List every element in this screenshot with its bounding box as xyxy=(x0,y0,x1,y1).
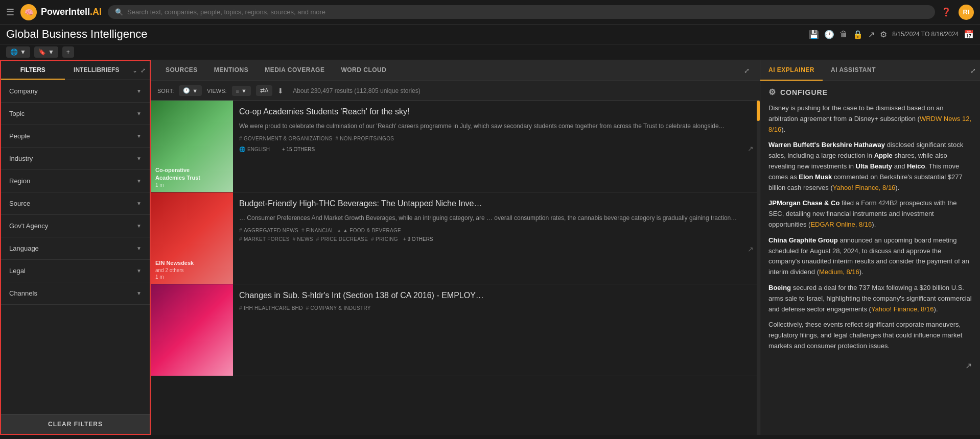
bookmark-icon: 🔖 xyxy=(38,48,46,56)
help-icon[interactable]: ❓ xyxy=(941,7,951,17)
filter-channels[interactable]: Channels ▼ xyxy=(1,282,150,305)
news-source-1: Co-operativeAcademies Trust xyxy=(155,166,229,181)
expand-icon[interactable]: ⤢ xyxy=(141,67,146,74)
share-icon-2[interactable]: ↗ xyxy=(748,245,754,253)
avatar[interactable]: RI xyxy=(959,5,974,20)
ai-paragraph-6: Collectively, these events reflect signi… xyxy=(768,320,972,351)
configure-label: CONFIGURE xyxy=(780,88,828,96)
translate-icon: ⇄A xyxy=(260,87,268,94)
news-item-3[interactable]: Changes in Sub. S-hldr's Int (Section 13… xyxy=(151,284,760,376)
expand-right-icon[interactable]: ⤢ xyxy=(966,63,980,79)
filter-legal[interactable]: Legal ▼ xyxy=(1,260,150,282)
news-title-3: Changes in Sub. S-hldr's Int (Section 13… xyxy=(239,290,754,301)
configure-header: ⚙ CONFIGURE xyxy=(768,87,972,97)
chevron-source: ▼ xyxy=(136,201,142,206)
news-list: Co-operativeAcademies Trust 1 m Co-op Ac… xyxy=(151,101,760,435)
filter-govt-agency[interactable]: Gov't Agency ▼ xyxy=(1,215,150,237)
lang-label: ENGLISH xyxy=(247,147,270,152)
sort-button[interactable]: 🕐 ▼ xyxy=(179,85,202,96)
add-button[interactable]: + xyxy=(62,46,74,58)
share-icon[interactable]: ↗ xyxy=(868,30,875,39)
filter-source[interactable]: Source ▼ xyxy=(1,192,150,215)
news-item-1[interactable]: Co-operativeAcademies Trust 1 m Co-op Ac… xyxy=(151,101,760,192)
news-source-sub-2: and 2 others xyxy=(155,267,229,273)
tab-sources[interactable]: SOURCES xyxy=(157,60,206,81)
tab-word-cloud[interactable]: WORD CLOUD xyxy=(333,60,394,81)
tab-ai-assistant[interactable]: AI ASSISTANT xyxy=(823,60,884,81)
news-title-2: Budget-Friendly High-THC Beverages: The … xyxy=(239,199,754,209)
news-bottom-1: 🌐 ENGLISH + 15 OTHERS ↗ xyxy=(239,144,754,153)
save-icon[interactable]: 💾 xyxy=(809,30,819,39)
filter-region[interactable]: Region ▼ xyxy=(1,170,150,192)
trash-icon[interactable]: 🗑 xyxy=(839,30,848,39)
tag-market: MARKET FORCES xyxy=(239,236,290,242)
translate-button[interactable]: ⇄A xyxy=(256,85,272,96)
middle-tabs: SOURCES MENTIONS MEDIA COVERAGE WORD CLO… xyxy=(151,60,760,81)
filter-company-label: Company xyxy=(9,87,38,95)
collapse-icon[interactable]: ⌄ xyxy=(132,67,137,74)
share-icon-1[interactable]: ↗ xyxy=(748,144,754,153)
chevron-people: ▼ xyxy=(136,133,142,139)
filter-company[interactable]: Company ▼ xyxy=(1,80,150,103)
expand-middle-icon[interactable]: ⤢ xyxy=(740,63,754,79)
news-excerpt-1: We were proud to celebrate the culminati… xyxy=(239,121,754,131)
filter-industry[interactable]: Industry ▼ xyxy=(1,148,150,170)
news-thumb-1: Co-operativeAcademies Trust 1 m xyxy=(151,101,233,192)
tab-intellibriefs[interactable]: INTELLIBRIEFS xyxy=(65,61,129,80)
tab-media-coverage[interactable]: MEDIA COVERAGE xyxy=(256,60,333,81)
news-tags-2b: MARKET FORCES NEWS PRICE DECREASE PRICIN… xyxy=(239,236,754,242)
search-input[interactable] xyxy=(127,8,928,16)
filter-legal-label: Legal xyxy=(9,267,26,275)
link-yahoo-1[interactable]: Yahoo! Finance, 8/16 xyxy=(833,184,896,191)
news-excerpt-2: … Consumer Preferences And Market Growth… xyxy=(239,213,754,223)
globe-button[interactable]: 🌐 ▼ xyxy=(6,46,30,58)
right-share-row: ↗ xyxy=(768,357,972,375)
calendar-icon[interactable]: 📅 xyxy=(964,30,974,39)
tab-ai-explainer[interactable]: AI EXPLAINER xyxy=(760,60,823,81)
tag-ihh: IHH HEALTHCARE BHD xyxy=(239,305,303,311)
ai-paragraph-3: JPMorgan Chase & Co filed a Form 424B2 p… xyxy=(768,198,972,230)
filter-topic[interactable]: Topic ▼ xyxy=(1,103,150,125)
logo-icon: 🧠 xyxy=(20,4,37,20)
list-icon: ≡ xyxy=(236,88,239,94)
news-others-1: + 15 OTHERS xyxy=(282,147,315,152)
news-tags-2a: AGGREGATED NEWS FINANCIAL ▲ FOOD & BEVER… xyxy=(239,228,754,233)
news-thumb-3 xyxy=(151,284,233,376)
chevron-down-icon: ▼ xyxy=(20,48,26,56)
history-icon[interactable]: 🕐 xyxy=(824,30,834,39)
chevron-industry: ▼ xyxy=(136,156,142,161)
right-share-button[interactable]: ↗ xyxy=(965,361,972,371)
chevron-topic: ▼ xyxy=(136,111,142,116)
tab-filters[interactable]: FILTERS xyxy=(1,61,65,80)
chevron-legal: ▼ xyxy=(136,268,142,274)
views-button[interactable]: ≡ ▼ xyxy=(232,86,251,96)
news-lang-1: 🌐 ENGLISH + 15 OTHERS xyxy=(239,147,315,152)
secondbar: Global Business Intelligence 💾 🕐 🗑 🔒 ↗ ⚙… xyxy=(0,25,980,44)
search-bar[interactable]: 🔍 xyxy=(108,5,935,19)
link-yahoo-2[interactable]: Yahoo! Finance, 8/16 xyxy=(871,305,934,313)
clear-filters-button[interactable]: CLEAR FILTERS xyxy=(1,414,150,434)
settings-icon[interactable]: ⚙ xyxy=(880,30,887,39)
link-edgar[interactable]: EDGAR Online, 8/16 xyxy=(810,221,872,228)
topbar: ☰ 🧠 PowerIntell.AI 🔍 ❓ RI xyxy=(0,0,980,25)
filter-list: Company ▼ Topic ▼ People ▼ Industry ▼ Re… xyxy=(1,80,150,414)
right-tabs: AI EXPLAINER AI ASSISTANT ⤢ xyxy=(760,60,980,81)
filter-language[interactable]: Language ▼ xyxy=(1,237,150,260)
chevron-down-icon-2: ▼ xyxy=(48,48,54,56)
filter-people[interactable]: People ▼ xyxy=(1,125,150,148)
bookmark-button[interactable]: 🔖 ▼ xyxy=(34,46,58,58)
link-medium[interactable]: Medium, 8/16 xyxy=(819,268,859,276)
news-time-2: 1 m xyxy=(155,274,229,280)
lock-icon[interactable]: 🔒 xyxy=(853,30,863,39)
news-item-2[interactable]: EIN Newsdesk and 2 others 1 m Budget-Fri… xyxy=(151,192,760,284)
tab-mentions[interactable]: MENTIONS xyxy=(206,60,256,81)
menu-icon[interactable]: ☰ xyxy=(6,7,14,18)
news-tags-1: GOVERNMENT & ORGANIZATIONS NON-PROFITS/N… xyxy=(239,136,754,141)
sort-chevron: ▼ xyxy=(192,88,198,94)
tag-nonprofits: NON-PROFITS/NGOS xyxy=(335,136,394,141)
link-wrdw[interactable]: WRDW News 12, 8/16 xyxy=(768,115,971,133)
views-chevron: ▼ xyxy=(241,88,247,94)
ai-paragraph-2: Warren Buffett's Berkshire Hathaway disc… xyxy=(768,140,972,193)
globe-icon: 🌐 xyxy=(10,48,18,56)
download-icon[interactable]: ⬇ xyxy=(277,87,284,95)
